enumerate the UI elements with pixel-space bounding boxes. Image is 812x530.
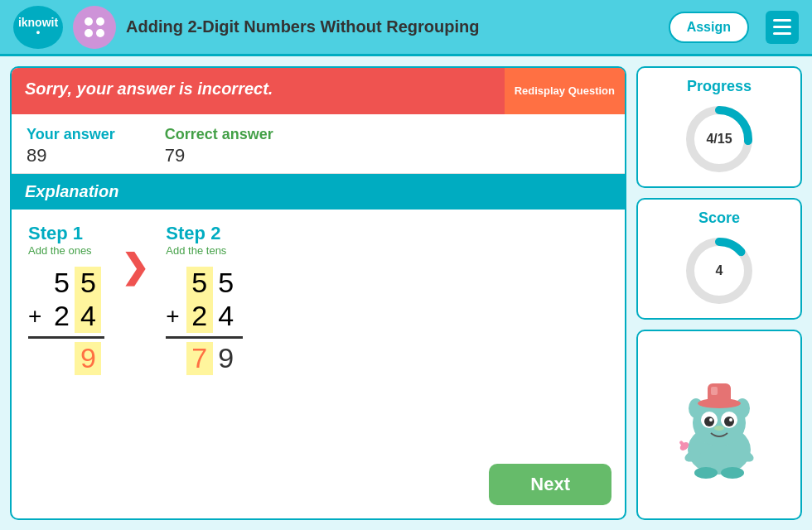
dice-icon [73,6,116,49]
plus-sign-2: + [166,300,179,332]
step-arrow: ❯ [121,248,149,286]
step2-math: 5 5 + 2 4 7 9 [166,267,242,375]
score-label: 4 [716,263,723,278]
step2-subtitle: Add the tens [166,244,226,257]
your-answer-value: 89 [27,145,115,166]
step-1: Step 1 Add the ones 5 5 + 2 4 9 [28,223,104,375]
svg-point-10 [709,418,713,422]
step-2: Step 2 Add the tens 5 5 + 2 4 7 [166,223,242,375]
step2-title: Step 2 [166,223,220,244]
progress-label: 4/15 [706,132,732,147]
step1-bot-tens: 2 [48,300,75,333]
step2-top-row: 5 5 [166,267,242,300]
page-title: Adding 2-Digit Numbers Without Regroupin… [126,17,659,36]
svg-point-11 [729,418,732,422]
svg-rect-17 [711,387,718,395]
header: iknowit● Adding 2-Digit Numbers Without … [0,0,812,56]
steps-area: Step 1 Add the ones 5 5 + 2 4 9 [12,210,625,457]
correct-answer-label: Correct answer [165,126,273,143]
step1-top-row: 5 5 [28,267,104,300]
assign-button[interactable]: Assign [669,12,749,43]
svg-rect-16 [708,383,731,405]
svg-point-12 [714,426,724,431]
svg-point-23 [721,467,744,479]
step2-bot-ones: 4 [213,300,239,333]
step2-top-ones: 5 [213,267,239,300]
step1-subtitle: Add the ones [28,244,92,257]
score-card: Score 4 [636,198,802,320]
step2-bot-row: + 2 4 [166,300,242,333]
step2-result-ones: 9 [213,342,239,375]
incorrect-message: Sorry, your answer is incorrect. [12,68,505,114]
your-answer-label: Your answer [27,126,115,143]
step1-math: 5 5 + 2 4 9 [28,267,104,375]
main-layout: Sorry, your answer is incorrect. Redispl… [0,56,812,530]
svg-point-22 [694,467,718,479]
progress-donut: 4/15 [682,102,756,176]
mascot-image [661,367,777,483]
step1-top-ones: 5 [75,267,101,300]
step2-result-row: 7 9 [166,342,242,375]
step1-bot-row: + 2 4 [28,300,104,333]
step1-result-ones: 9 [75,342,101,375]
hamburger-line [773,19,791,22]
score-title: Score [698,210,740,227]
next-button[interactable]: Next [489,464,611,505]
correct-answer-value: 79 [165,145,273,166]
svg-point-8 [704,417,714,426]
redisplay-button[interactable]: Redisplay Question [505,68,625,114]
step1-bot-ones: 4 [75,300,101,333]
hamburger-line [773,32,791,35]
plus-sign-1: + [28,300,41,332]
next-btn-row: Next [12,457,625,518]
correct-answer-col: Correct answer 79 [165,126,273,166]
progress-title: Progress [687,78,752,95]
step2-bot-tens: 2 [186,300,213,333]
score-donut: 4 [682,234,756,308]
incorrect-banner: Sorry, your answer is incorrect. Redispl… [12,68,625,114]
step2-result-tens: 7 [186,342,213,375]
step1-title: Step 1 [28,223,83,244]
content-area: Sorry, your answer is incorrect. Redispl… [10,66,626,520]
hamburger-line [773,26,791,28]
answer-comparison: Your answer 89 Correct answer 79 [12,114,625,174]
your-answer-col: Your answer 89 [27,126,115,166]
progress-card: Progress 4/15 [636,66,802,188]
sidebar: Progress 4/15 Score 4 [636,66,802,520]
step2-top-tens: 5 [186,267,213,300]
explanation-header: Explanation [12,174,625,210]
step1-result-row: 9 [28,342,104,375]
menu-button[interactable] [766,11,799,44]
mascot-area [636,330,802,520]
svg-point-9 [724,417,734,426]
step1-top-tens: 5 [48,267,75,300]
logo: iknowit● [13,6,63,49]
